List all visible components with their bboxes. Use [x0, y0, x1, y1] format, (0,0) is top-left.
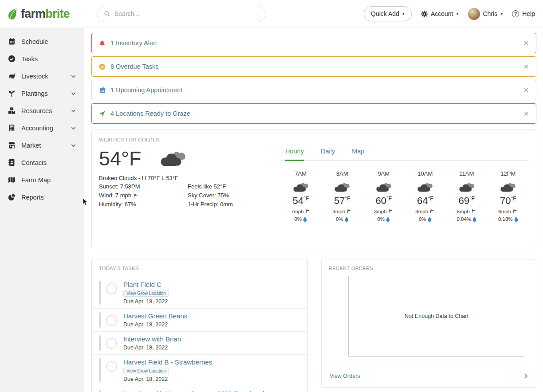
wind-flag-icon [429, 208, 435, 215]
alert-upcoming-appointment: 1 Upcoming Appointment × [91, 80, 536, 100]
chart-empty-message: Not Enough Data to Chart [405, 313, 468, 319]
check-circle-icon [99, 63, 106, 70]
sidebar-item-resources[interactable]: Resources [0, 102, 84, 119]
chevron-down-icon[interactable] [71, 74, 76, 78]
task-accent-bar [99, 390, 101, 392]
sidebar-item-tasks[interactable]: Tasks [0, 50, 84, 67]
header-actions: Quick Add ▾ Account ▾ Chris ▾ ? Help [364, 6, 543, 21]
clouds-icon [416, 181, 434, 193]
tab-hourly[interactable]: Hourly [285, 148, 304, 161]
calendar-icon [8, 38, 16, 45]
feels-like: Feels like 52°F [188, 182, 276, 191]
weather-forecast: Hourly Daily Map 7AM 54°F 7mph 0% 8AM 57… [276, 136, 529, 242]
weather-title: WEATHER FOR GOLDEN [99, 137, 276, 142]
task-checkbox[interactable] [106, 361, 117, 372]
quick-add-button[interactable]: Quick Add ▾ [364, 6, 412, 21]
quick-add-label: Quick Add [371, 10, 399, 17]
search-input[interactable] [114, 10, 259, 18]
alert-link-locations-graze[interactable]: 4 Locations Ready to Graze [110, 110, 190, 117]
task-accent-bar [99, 335, 101, 351]
clouds-icon [458, 181, 476, 193]
clouds-icon [333, 181, 351, 193]
help-label: Help [522, 10, 535, 17]
task-title-link[interactable]: Harvest Field B - Strawberries [123, 358, 212, 366]
droplet-icon [514, 216, 518, 222]
sidebar-item-schedule[interactable]: Schedule [0, 33, 84, 50]
task-accent-bar [99, 281, 101, 305]
chevron-down-icon[interactable] [71, 144, 76, 147]
task-title-link[interactable]: Interview with Brian [123, 335, 181, 343]
alert-link-overdue-tasks[interactable]: 8 Overdue Tasks [110, 63, 159, 70]
task-title-link[interactable]: Harvest Green Beans [123, 312, 187, 320]
search-box[interactable] [98, 6, 265, 22]
weather-card: WEATHER FOR GOLDEN 54°F Broken Clouds - … [91, 129, 536, 248]
alert-link-upcoming-appointment[interactable]: 1 Upcoming Appointment [110, 86, 182, 94]
task-row: Harvest Field B - Strawberries View Grow… [92, 355, 307, 386]
view-grow-location-badge[interactable]: View Grow Location [123, 368, 169, 374]
seedling-icon [8, 90, 16, 97]
wind-flag-icon [512, 208, 518, 215]
task-checkbox[interactable] [106, 338, 117, 349]
precipitation: 1-Hr Precip: 0mm [188, 200, 276, 209]
sidebar-item-label: Schedule [21, 38, 48, 45]
wind-flag-icon [305, 208, 311, 215]
close-icon[interactable]: × [523, 39, 529, 47]
chevron-down-icon[interactable] [71, 126, 76, 130]
sidebar-item-plantings[interactable]: Plantings [0, 85, 84, 102]
task-due-date: Due Apr. 18, 2022 [123, 298, 169, 305]
check-circle-icon [8, 55, 16, 63]
account-menu[interactable]: Account ▾ [421, 10, 459, 17]
user-menu[interactable]: Chris ▾ [468, 8, 503, 20]
tab-map[interactable]: Map [352, 148, 364, 160]
close-icon[interactable]: × [523, 62, 529, 71]
task-due-date: Due Apr. 18, 2022 [123, 321, 187, 328]
sidebar-item-label: Farm Map [21, 176, 51, 184]
chevron-down-icon[interactable] [71, 92, 76, 95]
address-book-icon [8, 159, 16, 166]
droplet-icon [472, 216, 476, 222]
close-icon[interactable]: × [523, 109, 529, 118]
hourly-forecast-column: 7AM 54°F 7mph 0% [280, 170, 322, 222]
storefront-icon [8, 141, 16, 149]
sidebar-item-accounting[interactable]: Accounting [0, 119, 84, 137]
tasks-title: TODAY'S TASKS [92, 266, 307, 271]
user-name: Chris [483, 10, 498, 17]
sidebar-item-farm-map[interactable]: Farm Map [0, 171, 84, 188]
close-icon[interactable]: × [523, 86, 529, 94]
task-due-date: Due Apr. 18, 2022 [123, 376, 212, 382]
alert-locations-graze: 4 Locations Ready to Graze × [91, 103, 536, 124]
alert-inventory: 1 Inventory Alert × [91, 33, 536, 53]
hourly-forecast-column: 8AM 57°F 3mph 0% [322, 170, 363, 222]
sidebar-item-reports[interactable]: Reports [0, 188, 84, 206]
task-due-date: Due Apr. 18, 2022 [123, 345, 181, 351]
app-logo[interactable]: farmbrite [0, 8, 84, 20]
wind-flag-icon [346, 208, 352, 215]
farmbrite-leaf-icon [7, 8, 18, 20]
sky-cover: Sky Cover: 75% [188, 191, 276, 200]
tab-daily[interactable]: Daily [321, 148, 335, 160]
sidebar-item-market[interactable]: Market [0, 137, 84, 154]
sidebar-item-contacts[interactable]: Contacts [0, 154, 84, 171]
account-label: Account [431, 10, 453, 17]
view-grow-location-badge[interactable]: View Grow Location [123, 290, 169, 297]
task-accent-bar [99, 358, 101, 382]
help-menu[interactable]: ? Help [512, 10, 535, 17]
task-title-link[interactable]: Plant Field C [123, 281, 169, 288]
task-row: Harvest Green Beans Due Apr. 18, 2022 [92, 309, 307, 332]
sidebar-item-livestock[interactable]: Livestock [0, 67, 84, 85]
location-arrow-icon [99, 110, 106, 117]
chevron-right-icon[interactable] [524, 373, 528, 379]
calendar-icon [99, 87, 106, 94]
clouds-icon [499, 181, 517, 193]
task-checkbox[interactable] [106, 315, 117, 326]
task-checkbox[interactable] [106, 283, 117, 294]
droplet-icon [303, 216, 307, 222]
task-list: Plant Field C View Grow Location Due Apr… [92, 277, 307, 392]
task-accent-bar [99, 312, 101, 328]
alert-link-inventory[interactable]: 1 Inventory Alert [110, 39, 157, 47]
orders-title: RECENT ORDERS [329, 266, 529, 271]
wind-flag-icon [471, 208, 477, 215]
task-title-link[interactable]: Interview with Kenny - Summer 2022 Farmh… [123, 390, 264, 392]
chevron-down-icon[interactable] [71, 109, 76, 113]
view-orders-link[interactable]: View Orders [330, 373, 360, 379]
